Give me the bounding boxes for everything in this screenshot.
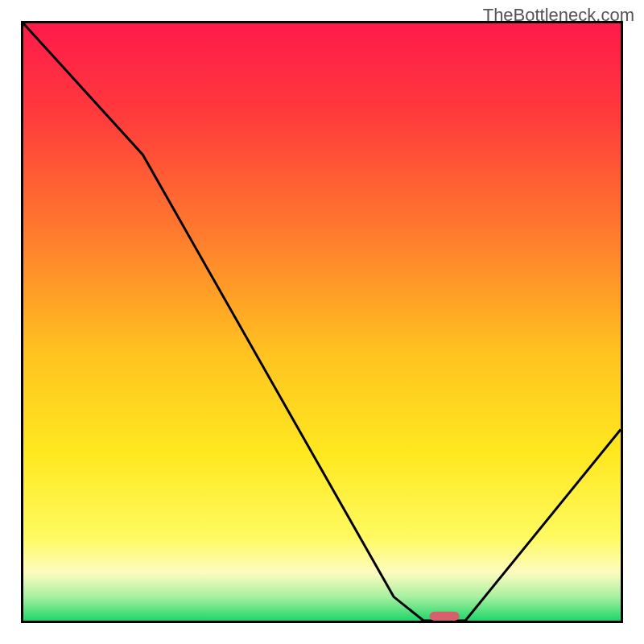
bottleneck-chart [21, 21, 623, 623]
watermark-text: TheBottleneck.com [483, 5, 634, 26]
gradient-background [23, 23, 621, 621]
optimal-marker [430, 612, 460, 621]
chart-svg [21, 21, 623, 623]
